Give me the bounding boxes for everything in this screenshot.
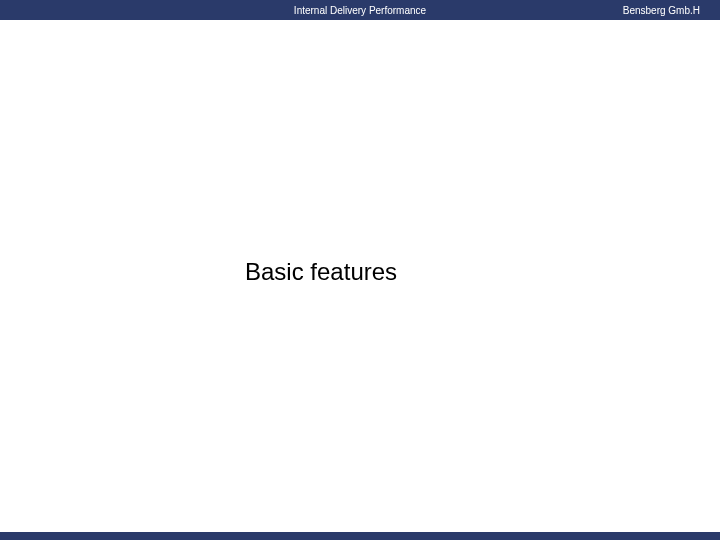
header-company: Bensberg Gmb.H: [623, 5, 700, 16]
header-title: Internal Delivery Performance: [294, 5, 426, 16]
slide-heading: Basic features: [245, 258, 397, 286]
footer-bar: [0, 532, 720, 540]
header-bar: Internal Delivery Performance Bensberg G…: [0, 0, 720, 20]
slide-body: Basic features: [0, 20, 720, 532]
